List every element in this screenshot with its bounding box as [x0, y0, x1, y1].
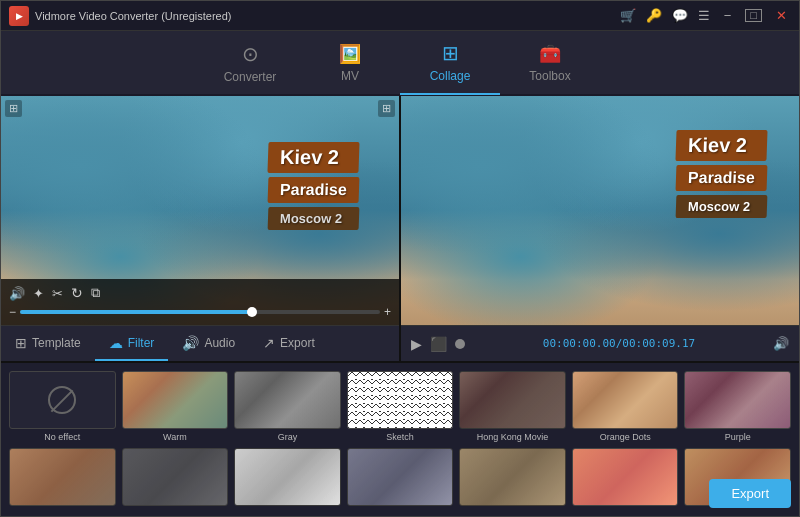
filter-warm-label: Warm [163, 432, 187, 442]
sign-moscow-right: Moscow 2 [676, 195, 768, 218]
volume-right-icon[interactable]: 🔊 [773, 336, 789, 351]
filter-r2f-thumb [572, 448, 679, 506]
filter-sketch-label: Sketch [386, 432, 414, 442]
minimize-button[interactable]: − [720, 8, 736, 23]
template-tab-icon: ⊞ [15, 335, 27, 351]
brightness-ctrl-icon[interactable]: ✦ [33, 286, 44, 301]
filter-r2c[interactable] [234, 448, 341, 509]
key-icon[interactable]: 🔑 [646, 8, 662, 23]
stop-button[interactable]: ⬛ [430, 336, 447, 352]
filter-gray-label: Gray [278, 432, 298, 442]
audio-tab-icon: 🔊 [182, 335, 199, 351]
no-effect-circle [48, 386, 76, 414]
converter-icon: ⊙ [242, 42, 259, 66]
sign-paradise-right: Paradise [676, 165, 768, 191]
filter-r2a-thumb [9, 448, 116, 506]
copy-ctrl-icon[interactable]: ⧉ [91, 285, 100, 301]
progress-bar-wrap: − + [9, 305, 391, 319]
filter-sketch[interactable]: Sketch [347, 371, 454, 442]
tab-filter[interactable]: ☁ Filter [95, 326, 169, 361]
nav-collage[interactable]: ⊞ Collage [400, 30, 500, 95]
play-button[interactable]: ▶ [411, 336, 422, 352]
filter-r2b[interactable] [122, 448, 229, 509]
filter-r2b-thumb [122, 448, 229, 506]
video-preview-left: ⊞ ⊞ Kiev 2 Paradise Moscow 2 🔊 ✦ [1, 96, 399, 325]
filter-hk[interactable]: Hong Kong Movie [459, 371, 566, 442]
filter-grid: No effect Warm Gray Sketch [1, 363, 799, 516]
filter-purple[interactable]: Purple [684, 371, 791, 442]
left-section: ⊞ ⊞ Kiev 2 Paradise Moscow 2 🔊 ✦ [1, 96, 401, 361]
video-frame-right: Kiev 2 Paradise Moscow 2 [401, 96, 799, 325]
export-button[interactable]: Export [709, 479, 791, 508]
filter-no-effect[interactable]: No effect [9, 371, 116, 442]
app-window: ▶ Vidmore Video Converter (Unregistered)… [0, 0, 800, 517]
right-section: Kiev 2 Paradise Moscow 2 ▶ ⬛ 00:00:00.00… [401, 96, 799, 361]
filter-r2f[interactable] [572, 448, 679, 509]
filter-orange[interactable]: Orange Dots [572, 371, 679, 442]
volume-ctrl-icon[interactable]: 🔊 [9, 286, 25, 301]
filter-tab-icon: ☁ [109, 335, 123, 351]
sign-kiev: Kiev 2 [268, 142, 360, 173]
menu-icon[interactable]: ☰ [698, 8, 710, 23]
filter-r2e[interactable] [459, 448, 566, 509]
title-bar: ▶ Vidmore Video Converter (Unregistered)… [1, 1, 799, 31]
filter-r2d[interactable] [347, 448, 454, 509]
panels-row: ⊞ ⊞ Kiev 2 Paradise Moscow 2 🔊 ✦ [1, 96, 799, 361]
mv-icon: 🖼️ [339, 43, 361, 65]
progress-fill [20, 310, 254, 314]
nav-mv[interactable]: 🖼️ MV [300, 30, 400, 95]
tab-export[interactable]: ↗ Export [249, 326, 329, 361]
filter-no-effect-label: No effect [44, 432, 80, 442]
filter-r2a[interactable] [9, 448, 116, 509]
filter-warm[interactable]: Warm [122, 371, 229, 442]
sign-kiev-right: Kiev 2 [676, 130, 768, 161]
video-corner-tl: ⊞ [5, 100, 22, 117]
toolbox-icon: 🧰 [539, 43, 561, 65]
rotate-ctrl-icon[interactable]: ↻ [71, 285, 83, 301]
converter-label: Converter [224, 70, 277, 84]
time-display: 00:00:00.00/00:00:09.17 [543, 337, 695, 350]
filter-r2d-thumb [347, 448, 454, 506]
tab-audio[interactable]: 🔊 Audio [168, 326, 249, 361]
progress-minus[interactable]: − [9, 305, 16, 319]
filter-hk-thumb [459, 371, 566, 429]
template-tab-label: Template [32, 336, 81, 350]
export-tab-icon: ↗ [263, 335, 275, 351]
filter-purple-label: Purple [725, 432, 751, 442]
filter-orange-label: Orange Dots [600, 432, 651, 442]
close-button[interactable]: ✕ [772, 8, 791, 23]
filter-sketch-thumb [347, 371, 454, 429]
progress-thumb [247, 307, 257, 317]
maximize-button[interactable]: □ [745, 9, 762, 22]
title-text: Vidmore Video Converter (Unregistered) [35, 10, 231, 22]
filter-orange-thumb [572, 371, 679, 429]
filter-purple-thumb [684, 371, 791, 429]
sign-moscow: Moscow 2 [268, 207, 360, 230]
filter-row-2 [9, 448, 791, 509]
export-area: Export [709, 479, 791, 508]
title-bar-left: ▶ Vidmore Video Converter (Unregistered) [9, 6, 231, 26]
progress-plus[interactable]: + [384, 305, 391, 319]
tab-template[interactable]: ⊞ Template [1, 326, 95, 361]
filter-gray[interactable]: Gray [234, 371, 341, 442]
right-bottom-controls: ▶ ⬛ 00:00:00.00/00:00:09.17 🔊 [401, 325, 799, 361]
video-preview-right: Kiev 2 Paradise Moscow 2 [401, 96, 799, 325]
video-controls-overlay: 🔊 ✦ ✂ ↻ ⧉ − + [1, 279, 399, 325]
tabs-bar: ⊞ Template ☁ Filter 🔊 Audio ↗ Export [1, 325, 399, 361]
chat-icon[interactable]: 💬 [672, 8, 688, 23]
content-area: ⊞ ⊞ Kiev 2 Paradise Moscow 2 🔊 ✦ [1, 96, 799, 516]
nav-converter[interactable]: ⊙ Converter [200, 30, 300, 95]
filter-tab-label: Filter [128, 336, 155, 350]
filter-gray-thumb [234, 371, 341, 429]
filter-row-1: No effect Warm Gray Sketch [9, 371, 791, 442]
cut-ctrl-icon[interactable]: ✂ [52, 286, 63, 301]
filter-r2e-thumb [459, 448, 566, 506]
no-effect-line [51, 390, 74, 413]
cart-icon[interactable]: 🛒 [620, 8, 636, 23]
header-tools: 🛒 🔑 💬 ☰ − □ ✕ [620, 8, 791, 23]
nav-toolbox[interactable]: 🧰 Toolbox [500, 30, 600, 95]
filter-no-effect-thumb [9, 371, 116, 429]
progress-track[interactable] [20, 310, 380, 314]
sign-overlay-right: Kiev 2 Paradise Moscow 2 [676, 130, 767, 218]
loop-button[interactable] [455, 339, 465, 349]
